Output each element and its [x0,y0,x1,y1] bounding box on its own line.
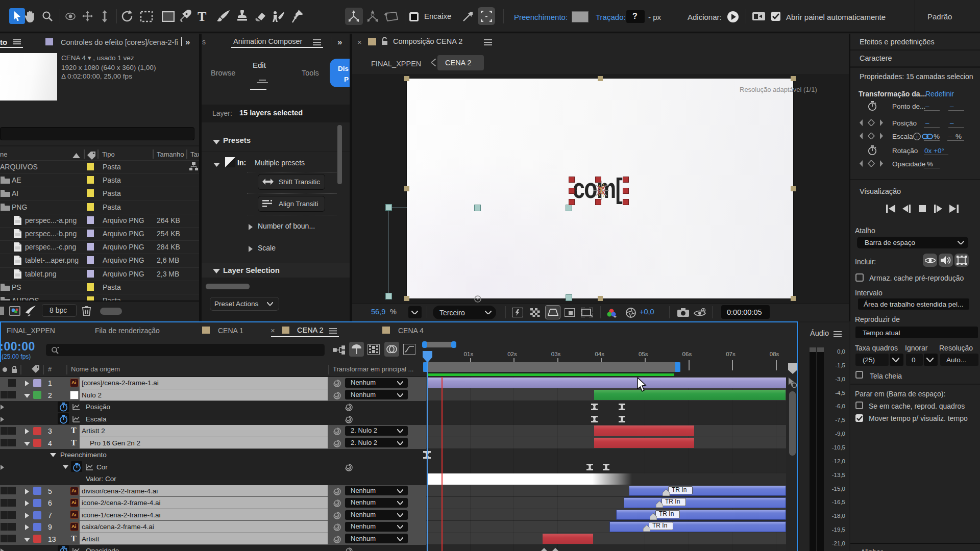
svg-text:i: i [916,134,918,139]
